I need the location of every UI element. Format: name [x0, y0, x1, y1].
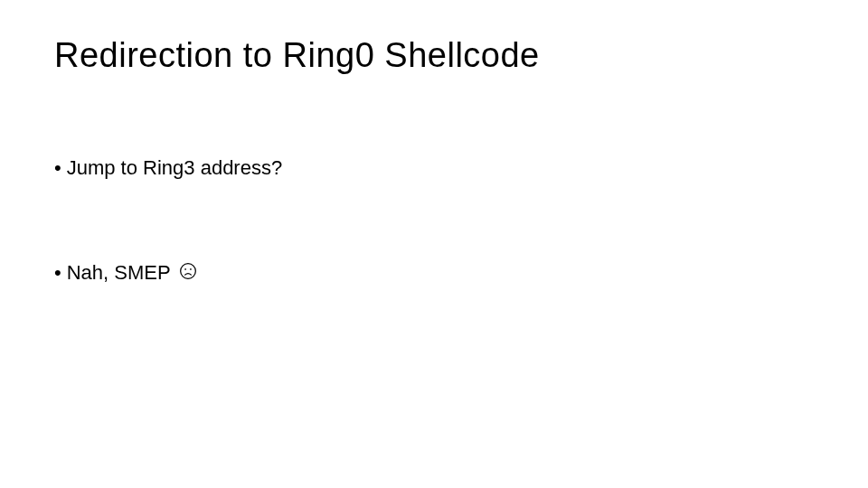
bullet-text: Jump to Ring3 address? — [67, 156, 282, 180]
frown-icon — [179, 262, 197, 286]
bullet-marker-icon: • — [54, 156, 61, 180]
bullet-item: • Nah, SMEP — [54, 261, 814, 286]
svg-point-0 — [181, 264, 196, 279]
slide-container: Redirection to Ring0 Shellcode • Jump to… — [0, 0, 868, 488]
slide-content: • Jump to Ring3 address? • Nah, SMEP — [54, 156, 814, 286]
bullet-text-content: Nah, SMEP — [67, 261, 171, 284]
svg-point-2 — [190, 268, 192, 270]
bullet-item: • Jump to Ring3 address? — [54, 156, 814, 180]
bullet-marker-icon: • — [54, 261, 61, 285]
svg-point-1 — [185, 268, 187, 270]
slide-title: Redirection to Ring0 Shellcode — [54, 36, 814, 75]
bullet-text: Nah, SMEP — [67, 261, 198, 286]
